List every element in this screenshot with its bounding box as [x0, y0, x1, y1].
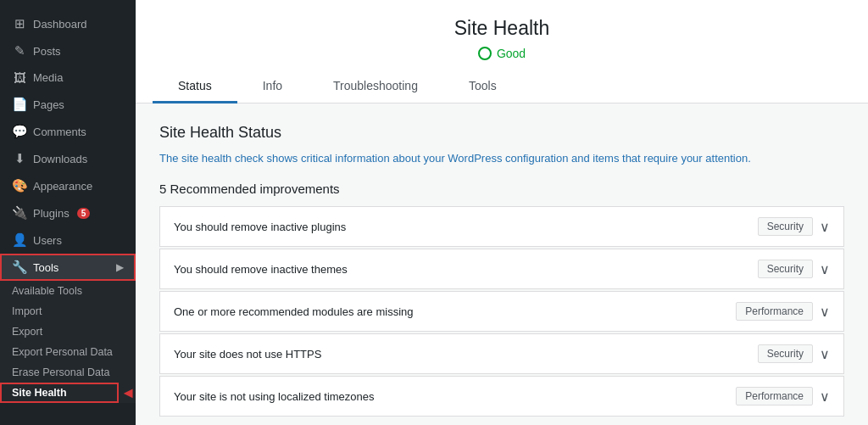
issue-tag: Security	[758, 344, 813, 363]
sidebar-item-dashboard[interactable]: ⊞ Dashboard	[0, 10, 136, 37]
chevron-down-icon[interactable]: ∨	[820, 389, 830, 405]
sidebar-item-pages[interactable]: 📄 Pages	[0, 91, 136, 118]
issue-right: Security ∨	[758, 260, 830, 278]
content-area: Site Health Good Status Info Troubleshoo…	[136, 0, 868, 425]
page-title: Site Health	[136, 17, 868, 40]
submenu-erase-personal-data[interactable]: Erase Personal Data	[0, 362, 136, 383]
chevron-down-icon[interactable]: ∨	[820, 261, 830, 277]
submenu-export[interactable]: Export	[0, 322, 136, 342]
issue-text: Your site does not use HTTPS	[174, 348, 321, 361]
tab-info[interactable]: Info	[237, 70, 308, 103]
tab-tools[interactable]: Tools	[443, 70, 522, 103]
issue-text: Your site is not using localized timezon…	[174, 390, 375, 403]
sidebar-item-label: Comments	[33, 126, 86, 138]
sidebar-item-label: Downloads	[33, 153, 87, 165]
issue-item[interactable]: One or more recommended modules are miss…	[159, 291, 844, 332]
downloads-icon: ⬇	[12, 151, 27, 166]
sidebar-item-users[interactable]: 👤 Users	[0, 226, 136, 254]
dashboard-icon: ⊞	[12, 16, 27, 31]
submenu-available-tools[interactable]: Available Tools	[0, 281, 136, 301]
sidebar: ⊞ Dashboard ✎ Posts 🖼 Media 📄 Pages 💬 Co…	[0, 0, 136, 425]
appearance-icon: 🎨	[12, 178, 27, 193]
status-circle-icon	[478, 47, 492, 60]
posts-icon: ✎	[12, 43, 27, 59]
sidebar-item-label: Dashboard	[33, 18, 87, 31]
issue-right: Security ∨	[758, 217, 830, 236]
issue-tag: Security	[758, 260, 813, 278]
status-label: Good	[497, 47, 526, 60]
issue-item[interactable]: You should remove inactive plugins Secur…	[159, 206, 844, 247]
plugins-icon: 🔌	[12, 205, 27, 221]
tools-submenu: Available Tools Import Export Export Per…	[0, 281, 136, 403]
chevron-down-icon[interactable]: ∨	[820, 346, 830, 362]
issue-text: You should remove inactive plugins	[174, 221, 346, 233]
chevron-down-icon[interactable]: ∨	[820, 304, 830, 320]
issue-tag: Performance	[736, 302, 813, 321]
tab-status[interactable]: Status	[153, 70, 237, 103]
issue-right: Security ∨	[758, 344, 830, 363]
sidebar-item-label: Appearance	[33, 180, 92, 193]
users-icon: 👤	[12, 232, 27, 248]
sidebar-item-label: Media	[33, 71, 63, 84]
tools-arrow-icon: ▶	[112, 261, 127, 273]
tabs-bar: Status Info Troubleshooting Tools	[136, 70, 868, 103]
submenu-export-personal-data[interactable]: Export Personal Data	[0, 342, 136, 362]
sidebar-item-label: Tools	[33, 261, 58, 274]
improvements-title: 5 Recommended improvements	[159, 182, 844, 196]
section-title: Site Health Status	[159, 124, 844, 142]
page-header: Site Health Good	[136, 0, 868, 70]
issue-tag: Performance	[736, 387, 813, 405]
sidebar-header	[0, 0, 136, 10]
sidebar-item-tools[interactable]: 🔧 Tools ▶	[0, 254, 136, 281]
main-body: Site Health Status The site health check…	[136, 103, 868, 425]
sidebar-item-label: Plugins	[33, 207, 70, 220]
issue-right: Performance ∨	[736, 387, 830, 405]
tab-troubleshooting[interactable]: Troubleshooting	[308, 70, 443, 103]
sidebar-item-downloads[interactable]: ⬇ Downloads	[0, 145, 136, 172]
status-badge: Good	[478, 47, 526, 60]
sidebar-item-label: Pages	[33, 98, 64, 111]
sidebar-item-comments[interactable]: 💬 Comments	[0, 118, 136, 145]
tools-icon: 🔧	[12, 260, 27, 275]
issue-right: Performance ∨	[736, 302, 830, 321]
issue-item[interactable]: You should remove inactive themes Securi…	[159, 249, 844, 289]
plugins-badge: 5	[77, 208, 91, 219]
issue-text: One or more recommended modules are miss…	[174, 305, 414, 318]
pages-icon: 📄	[12, 97, 27, 112]
arrow-indicator: ◄	[120, 385, 136, 400]
comments-icon: 💬	[12, 124, 27, 139]
main-content-area: Site Health Good Status Info Troubleshoo…	[136, 0, 868, 425]
sidebar-item-appearance[interactable]: 🎨 Appearance	[0, 172, 136, 199]
issue-tag: Security	[758, 217, 813, 236]
sidebar-item-label: Users	[33, 234, 62, 247]
sidebar-item-media[interactable]: 🖼 Media	[0, 64, 136, 91]
submenu-import[interactable]: Import	[0, 301, 136, 322]
issue-item[interactable]: Your site does not use HTTPS Security ∨	[159, 333, 844, 374]
submenu-site-health[interactable]: Site Health	[0, 383, 119, 403]
sidebar-item-plugins[interactable]: 🔌 Plugins 5	[0, 199, 136, 226]
chevron-down-icon[interactable]: ∨	[820, 219, 830, 235]
issue-list: You should remove inactive plugins Secur…	[159, 206, 844, 417]
sidebar-item-label: Posts	[33, 45, 61, 58]
section-desc: The site health check shows critical inf…	[159, 152, 844, 165]
issue-item[interactable]: Your site is not using localized timezon…	[159, 376, 844, 417]
issue-text: You should remove inactive themes	[174, 263, 348, 276]
sidebar-item-posts[interactable]: ✎ Posts	[0, 37, 136, 64]
media-icon: 🖼	[12, 70, 27, 85]
